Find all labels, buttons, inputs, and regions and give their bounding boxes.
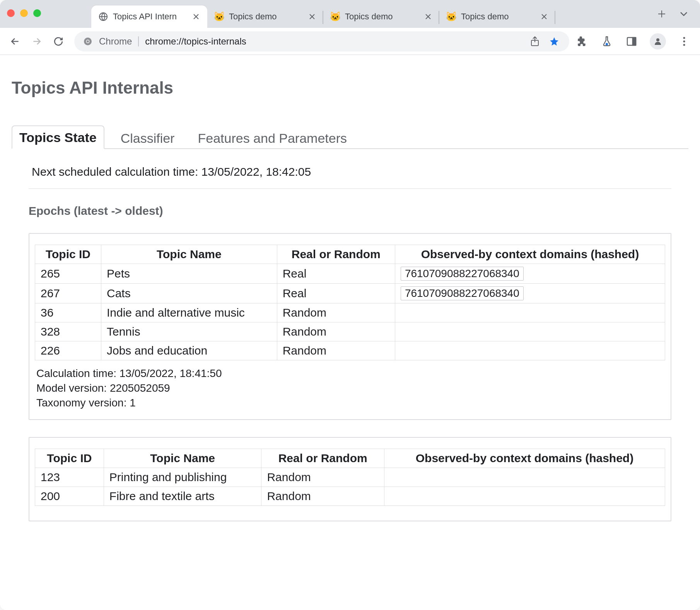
epoch-table: Topic ID Topic Name Real or Random Obser…	[35, 245, 665, 360]
th-real-random: Real or Random	[277, 245, 395, 264]
browser-tab-title: Topics demo	[345, 12, 419, 22]
epochs-heading: Epochs (latest -> oldest)	[29, 204, 671, 218]
window-controls	[7, 9, 41, 17]
url-path: chrome://topics-internals	[145, 36, 522, 47]
window-maximize-button[interactable]	[33, 9, 41, 17]
hash-value: 7610709088227068340	[401, 267, 524, 281]
divider	[29, 188, 671, 189]
tab-features-parameters[interactable]: Features and Parameters	[191, 127, 354, 149]
cell-topic-name: Tennis	[101, 322, 277, 341]
cell-real-random: Random	[277, 303, 395, 322]
share-icon[interactable]	[528, 35, 541, 48]
cell-topic-id: 226	[35, 341, 101, 360]
page-content: Topics API Internals Topics State Classi…	[0, 55, 700, 610]
th-topic-name: Topic Name	[101, 245, 277, 264]
next-calc-label: Next scheduled calculation time:	[32, 165, 201, 178]
new-tab-button[interactable]	[654, 10, 669, 18]
window-minimize-button[interactable]	[20, 9, 28, 17]
browser-tab[interactable]: 🐱 Topics demo	[439, 5, 555, 28]
bookmark-star-icon[interactable]	[548, 35, 561, 48]
table-row: 200Fibre and textile artsRandom	[35, 487, 665, 506]
browser-tab-active[interactable]: Topics API Intern	[91, 5, 207, 28]
th-real-random: Real or Random	[261, 449, 384, 468]
cell-topic-id: 328	[35, 322, 101, 341]
globe-icon	[98, 12, 108, 22]
close-icon[interactable]	[192, 12, 200, 21]
cell-topic-name: Indie and alternative music	[101, 303, 277, 322]
table-row: 267CatsReal7610709088227068340	[35, 284, 665, 303]
next-calculation-time: Next scheduled calculation time: 13/05/2…	[32, 165, 668, 178]
cell-topic-id: 200	[35, 487, 104, 506]
hash-value: 7610709088227068340	[401, 286, 524, 300]
tab-list-dropdown[interactable]	[680, 12, 688, 16]
menu-icon[interactable]	[678, 35, 691, 48]
close-icon[interactable]	[540, 12, 548, 21]
browser-tab[interactable]: 🐱 Topics demo	[207, 5, 323, 28]
svg-point-5	[606, 43, 608, 45]
browser-toolbar: Chrome chrome://topics-internals	[0, 28, 700, 55]
cell-topic-name: Pets	[101, 264, 277, 284]
reload-button[interactable]	[49, 32, 68, 51]
forward-button[interactable]	[27, 32, 46, 51]
table-header-row: Topic ID Topic Name Real or Random Obser…	[35, 449, 665, 468]
cell-observed-domains: 7610709088227068340	[395, 264, 665, 284]
th-observed-domains: Observed-by context domains (hashed)	[395, 245, 665, 264]
cell-topic-id: 265	[35, 264, 101, 284]
svg-point-9	[683, 37, 685, 39]
labs-icon[interactable]	[600, 35, 613, 48]
chrome-icon	[83, 36, 93, 46]
svg-rect-7	[633, 38, 636, 45]
svg-point-3	[87, 40, 89, 43]
epoch-box: Topic ID Topic Name Real or Random Obser…	[29, 437, 671, 521]
browser-tab[interactable]: 🐱 Topics demo	[323, 5, 439, 28]
browser-tab-title: Topics demo	[461, 12, 535, 22]
browser-tab-title: Topics demo	[229, 12, 303, 22]
svg-point-10	[683, 40, 685, 42]
page-tabs: Topics State Classifier Features and Par…	[12, 119, 688, 149]
table-row: 265PetsReal7610709088227068340	[35, 264, 665, 284]
window-close-button[interactable]	[7, 9, 15, 17]
cell-real-random: Random	[277, 341, 395, 360]
profile-avatar[interactable]	[650, 33, 666, 50]
close-icon[interactable]	[308, 12, 316, 21]
table-row: 36Indie and alternative musicRandom	[35, 303, 665, 322]
cell-observed-domains	[384, 487, 665, 506]
tab-topics-state[interactable]: Topics State	[12, 125, 104, 149]
taxonomy-version: Taxonomy version: 1	[36, 397, 664, 409]
cell-observed-domains	[395, 303, 665, 322]
table-row: 328TennisRandom	[35, 322, 665, 341]
cell-observed-domains	[384, 468, 665, 487]
cell-observed-domains	[395, 341, 665, 360]
cell-topic-id: 267	[35, 284, 101, 303]
close-icon[interactable]	[424, 12, 432, 21]
calc-time: Calculation time: 13/05/2022, 18:41:50	[36, 367, 664, 380]
cell-real-random: Real	[277, 264, 395, 284]
extensions-icon[interactable]	[575, 35, 589, 48]
cell-real-random: Random	[261, 487, 384, 506]
browser-tab-strip: Topics API Intern 🐱 Topics demo 🐱 Topics…	[0, 0, 700, 28]
cat-icon: 🐱	[214, 12, 224, 22]
model-version: Model version: 2205052059	[36, 382, 664, 394]
url-origin: Chrome	[99, 36, 132, 47]
svg-point-8	[656, 38, 659, 41]
epoch-box: Topic ID Topic Name Real or Random Obser…	[29, 233, 671, 420]
next-calc-value: 13/05/2022, 18:42:05	[201, 165, 311, 178]
address-bar[interactable]: Chrome chrome://topics-internals	[74, 31, 569, 51]
page-title: Topics API Internals	[12, 78, 688, 98]
cell-topic-name: Cats	[101, 284, 277, 303]
cell-topic-name: Jobs and education	[101, 341, 277, 360]
table-row: 226Jobs and educationRandom	[35, 341, 665, 360]
cell-topic-name: Fibre and textile arts	[104, 487, 261, 506]
side-panel-icon[interactable]	[625, 35, 638, 48]
cat-icon: 🐱	[330, 12, 340, 22]
tab-classifier[interactable]: Classifier	[114, 127, 182, 149]
cell-observed-domains: 7610709088227068340	[395, 284, 665, 303]
th-observed-domains: Observed-by context domains (hashed)	[384, 449, 665, 468]
cat-icon: 🐱	[446, 12, 456, 22]
table-row: 123Printing and publishingRandom	[35, 468, 665, 487]
back-button[interactable]	[5, 32, 25, 51]
th-topic-id: Topic ID	[35, 245, 101, 264]
cell-topic-id: 36	[35, 303, 101, 322]
divider	[138, 36, 139, 46]
th-topic-name: Topic Name	[104, 449, 261, 468]
